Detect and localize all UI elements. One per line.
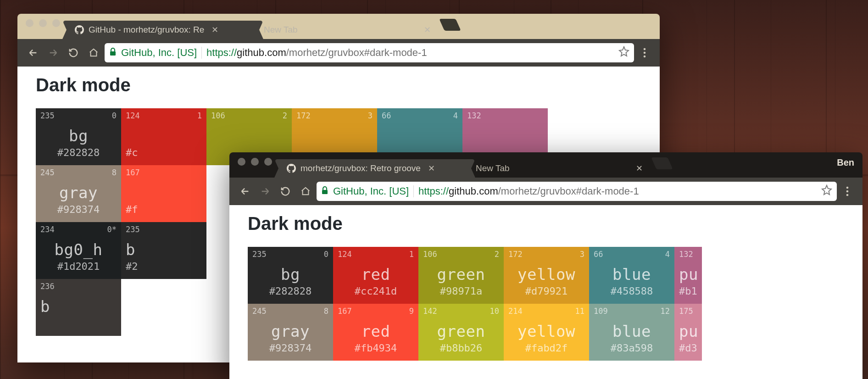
close-tab-button[interactable]: ✕ <box>636 163 643 173</box>
swatch-hex: #d3 <box>674 342 702 354</box>
forward-button[interactable] <box>44 44 62 62</box>
swatch-code-right: 8 <box>112 168 117 177</box>
swatch-code-left: 132 <box>467 111 481 120</box>
page-content: Dark mode 2350bg#2828281241red#cc241d106… <box>229 205 862 379</box>
color-swatch: 2458gray#928374 <box>36 165 121 222</box>
swatch-hex: #b8bb26 <box>418 342 504 354</box>
swatch-code-right: 10 <box>490 307 499 316</box>
close-tab-button[interactable]: ✕ <box>428 163 435 173</box>
swatch-hex: #b1 <box>674 285 702 297</box>
close-tab-button[interactable]: ✕ <box>424 25 431 35</box>
swatch-hex: #d79921 <box>504 285 589 297</box>
swatch-code-right: 12 <box>661 307 670 316</box>
maximize-window-button[interactable] <box>264 158 272 166</box>
swatch-name: green <box>418 265 504 284</box>
swatch-code-left: 236 <box>40 282 55 291</box>
tab-strip: morhetz/gruvbox: Retro groove ✕ New Tab … <box>229 152 862 178</box>
close-tab-button[interactable]: ✕ <box>211 25 218 35</box>
swatch-code-left: 245 <box>40 168 55 177</box>
window-controls <box>23 19 67 33</box>
svg-point-0 <box>639 24 643 28</box>
color-swatch: 2458gray#928374 <box>248 304 333 361</box>
github-icon <box>75 25 84 34</box>
tab-inactive[interactable]: New Tab ✕ <box>256 21 439 39</box>
swatch-code-left: 142 <box>423 307 437 316</box>
color-swatch: 2350bg#282828 <box>248 247 333 304</box>
swatch-code-right: 2 <box>283 111 287 120</box>
swatch-name: bg0_h <box>36 240 121 259</box>
address-bar[interactable]: GitHub, Inc. [US] https://github.com/mor… <box>317 182 837 201</box>
color-swatch: 21411yellow#fabd2f <box>504 304 589 361</box>
swatch-code-left: 132 <box>679 250 693 259</box>
tabstrip-right-cluster: Ben <box>837 157 862 173</box>
tab-active[interactable]: GitHub - morhetz/gruvbox: Re ✕ <box>67 21 259 39</box>
reload-button[interactable] <box>276 182 295 201</box>
home-button[interactable] <box>84 44 103 62</box>
swatch-name: bg <box>36 127 121 145</box>
color-swatch: 10912blue#83a598 <box>589 304 674 361</box>
incognito-icon <box>636 18 651 31</box>
back-button[interactable] <box>236 182 254 201</box>
profile-name-label[interactable]: Ben <box>837 157 854 168</box>
swatch-code-right: 1 <box>197 111 202 120</box>
home-button[interactable] <box>296 182 315 201</box>
swatch-code-left: 124 <box>126 111 140 120</box>
reload-button[interactable] <box>64 44 83 62</box>
swatch-name: b <box>36 297 121 316</box>
desktop: GitHub - morhetz/gruvbox: Re ✕ New Tab ✕ <box>0 0 868 379</box>
swatch-hex: #fb4934 <box>333 342 418 354</box>
swatch-code-right: 9 <box>409 307 414 316</box>
swatch-name: bg <box>248 265 333 284</box>
swatch-name: gray <box>248 322 333 340</box>
ev-certificate-label: GitHub, Inc. [US] <box>121 47 197 59</box>
swatch-hex: #98971a <box>418 285 504 297</box>
section-heading: Dark mode <box>248 213 862 234</box>
color-swatch: 2350bg#282828 <box>36 108 121 165</box>
swatch-code-left: 124 <box>338 250 352 259</box>
swatch-code-right: 3 <box>580 250 584 259</box>
color-swatch: 132pu#b1 <box>674 247 702 304</box>
swatch-code-left: 235 <box>252 250 267 259</box>
swatch-hex: #fabd2f <box>504 342 589 354</box>
new-tab-button[interactable] <box>651 157 673 169</box>
forward-button[interactable] <box>256 182 274 201</box>
svg-point-1 <box>645 24 649 28</box>
address-bar[interactable]: GitHub, Inc. [US] https://github.com/mor… <box>105 43 634 62</box>
maximize-window-button[interactable] <box>52 19 60 27</box>
color-swatch: 1241red#cc241d <box>333 247 418 304</box>
close-window-button[interactable] <box>238 158 245 166</box>
swatch-name: yellow <box>504 322 589 340</box>
swatch-name: red <box>333 322 418 340</box>
bookmark-star-icon[interactable] <box>618 46 629 60</box>
browser-menu-button[interactable] <box>839 186 856 196</box>
swatch-code-right: 4 <box>665 250 670 259</box>
bookmark-star-icon[interactable] <box>821 184 832 198</box>
swatch-code-right: 0* <box>107 225 117 234</box>
swatch-code-left: 66 <box>382 111 391 120</box>
swatch-code-left: 235 <box>40 111 55 120</box>
swatch-code-right: 11 <box>575 307 584 316</box>
swatch-code-left: 106 <box>423 250 437 259</box>
minimize-window-button[interactable] <box>251 158 259 166</box>
color-swatch: 14210green#b8bb26 <box>418 304 504 361</box>
back-button[interactable] <box>24 44 42 62</box>
swatch-code-right: 4 <box>453 111 458 120</box>
close-window-button[interactable] <box>26 19 33 27</box>
color-swatch: 167#f <box>121 165 206 222</box>
window-controls <box>235 158 278 172</box>
swatch-code-left: 245 <box>252 307 267 316</box>
svg-point-5 <box>644 56 646 58</box>
tab-inactive[interactable]: New Tab ✕ <box>467 159 651 178</box>
swatch-hex: #458588 <box>589 285 674 297</box>
swatch-name: pu <box>674 322 702 340</box>
swatch-hex: #83a598 <box>589 342 674 354</box>
tab-active[interactable]: morhetz/gruvbox: Retro groove ✕ <box>278 159 471 178</box>
svg-point-9 <box>846 194 849 196</box>
toolbar: GitHub, Inc. [US] https://github.com/mor… <box>17 39 660 67</box>
new-tab-button[interactable] <box>439 19 461 31</box>
browser-menu-button[interactable] <box>636 48 653 58</box>
swatch-code-left: 167 <box>338 307 352 316</box>
color-swatch: 1062green#98971a <box>418 247 504 304</box>
minimize-window-button[interactable] <box>39 19 47 27</box>
svg-point-4 <box>644 52 646 54</box>
